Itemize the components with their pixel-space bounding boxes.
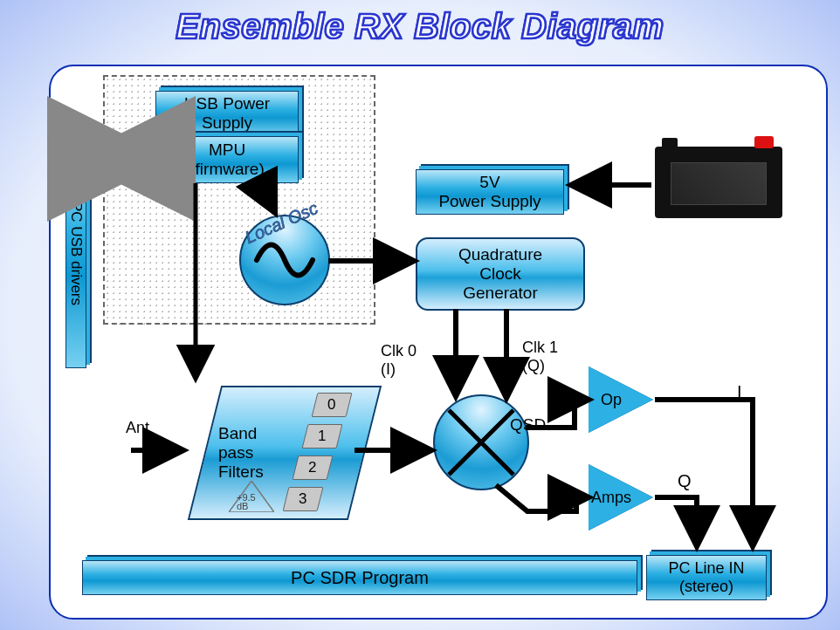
- pc-sdr-program-label: PC SDR Program: [291, 568, 429, 588]
- mpu-label: MPU (firmware): [189, 140, 265, 179]
- mpu-block: MPU (firmware): [155, 136, 299, 183]
- battery-icon: [655, 147, 782, 218]
- battery-sticker: [671, 162, 768, 205]
- pc-usb-drivers-label: PC USB drivers: [67, 202, 85, 305]
- mixer-x-icon: [435, 396, 527, 489]
- opamp-lower: Amps: [589, 464, 653, 531]
- clk1-label: Clk 1 (Q): [522, 339, 558, 375]
- pc-sdr-program-block: PC SDR Program: [82, 560, 637, 595]
- antenna-label: Ant: [126, 419, 149, 437]
- pc-line-in-block: PC Line IN (stereo): [646, 555, 767, 600]
- qsd-block: [433, 394, 529, 490]
- sine-wave-icon: [254, 238, 315, 282]
- bpf-gain-triangle: +9.5 dB: [229, 481, 274, 512]
- five-volt-psu-block: 5V Power Supply: [416, 169, 564, 215]
- bpf-tab-3: 3: [283, 487, 324, 511]
- quadrature-clock-label: Quadrature Clock Generator: [458, 245, 542, 303]
- opamp-upper: Op: [589, 366, 653, 433]
- diagram-title: Ensemble RX Block Diagram: [0, 7, 840, 46]
- q-signal-label: Q: [678, 471, 692, 491]
- usb-power-supply-block: USB Power Supply: [155, 91, 299, 136]
- clk0-label: Clk 0 (I): [381, 342, 417, 379]
- qsd-label: QSD: [510, 415, 546, 435]
- amps-label: Amps: [591, 489, 631, 507]
- bpf-tab-2: 2: [293, 455, 334, 480]
- pc-line-in-label: PC Line IN (stereo): [668, 559, 744, 595]
- bandpass-filters-label: Band pass Filters: [206, 419, 264, 487]
- bpf-gain-label: +9.5 dB: [237, 493, 256, 511]
- usb-power-supply-label: USB Power Supply: [184, 94, 270, 133]
- i-signal-label: I: [737, 382, 742, 402]
- bpf-tab-0: 0: [312, 393, 353, 417]
- quadrature-clock-block: Quadrature Clock Generator: [416, 237, 585, 311]
- diagram-panel: PC USB drivers USB USB Power Supply MPU …: [49, 65, 828, 620]
- pc-usb-drivers-block: PC USB drivers: [65, 140, 86, 368]
- five-volt-psu-label: 5V Power Supply: [438, 173, 540, 211]
- bpf-tab-1: 1: [302, 424, 343, 449]
- op-label: Op: [601, 391, 622, 409]
- usb-link-label: USB: [101, 150, 141, 173]
